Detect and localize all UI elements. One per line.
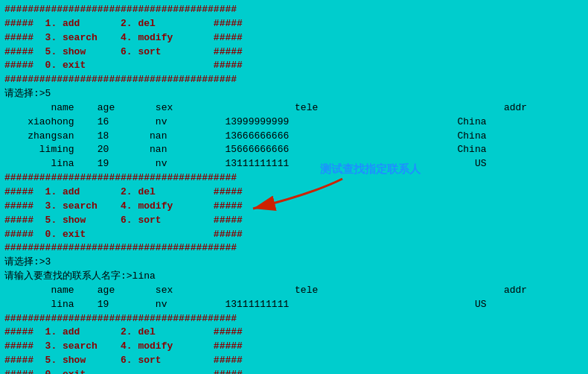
terminal-line: liming 20 nan 15666666666 China [4,143,316,157]
terminal-line: ##### 3. search 4. modify ##### [4,31,316,45]
terminal-line: ##### 1. add 2. del ##### [4,326,316,340]
terminal-line: ##### 1. add 2. del ##### [4,17,316,31]
terminal-line: ##### 5. show 6. sort ##### [4,354,316,368]
terminal-line: ##### 0. exit ##### [4,228,316,242]
terminal-line: name age sex tele addr [4,101,316,115]
terminal-line: 请选择:>3 [4,256,316,270]
terminal-line: ######################################## [4,3,316,17]
terminal-line: lina 19 nv 13111111111 US [4,298,316,312]
terminal-line: ######################################## [4,312,316,326]
terminal-line: ##### 0. exit ##### [4,368,316,374]
terminal-line: xiaohong 16 nv 13999999999 China [4,115,316,130]
terminal-line: zhangsan 18 nan 13666666666 China [4,130,316,144]
arrow-indicator [238,171,357,216]
terminal-line: ######################################## [4,241,316,256]
terminal-line: 请输入要查找的联系人名字:>lina [4,270,316,284]
terminal-line: name age sex tele addr [4,284,316,298]
terminal-line: lina 19 nv 13111111111 US [4,157,316,171]
terminal-line: ##### 5. show 6. sort ##### [4,45,316,60]
terminal-line: 请选择:>5 [4,87,316,101]
terminal-line: ##### 0. exit ##### [4,59,316,73]
terminal-line: ##### 3. search 4. modify ##### [4,340,316,354]
terminal-line: ######################################## [4,73,316,87]
